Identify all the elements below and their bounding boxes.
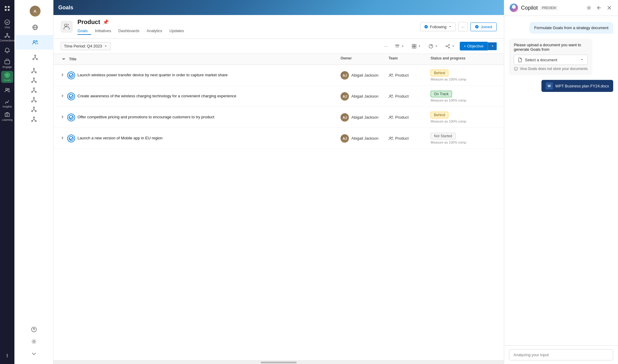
row-expand-icon-2[interactable] [61,94,65,99]
copilot-body: Formulate Goals from a strategy document… [504,16,618,345]
connections-nav-item[interactable]: Connections [1,31,13,43]
select-document-button[interactable]: Select a document [514,55,588,65]
svg-rect-46 [395,45,399,45]
copilot-settings-button[interactable] [585,4,593,12]
more-options-button[interactable]: ··· [458,22,468,32]
tab-analytics[interactable]: Analytics [143,27,166,35]
status-cell-3: Behind Measure as 100% comp [431,110,497,125]
notifications-nav-item[interactable] [1,44,13,56]
copilot-input[interactable] [509,349,613,360]
second-nav-hier1[interactable] [16,50,54,65]
svg-point-40 [33,117,35,118]
header-banner: Goals [53,0,504,15]
second-nav-hier7[interactable] [14,115,53,123]
team-cell-1: Product [389,73,431,78]
svg-point-70 [392,137,392,138]
toolbar-expand-button[interactable] [392,42,407,50]
second-nav-teams[interactable] [16,35,54,50]
svg-point-44 [33,341,35,342]
owner-cell-4: AJ Abigail Jackson [341,134,389,143]
second-nav-globe[interactable] [16,20,54,35]
learning-nav-item[interactable]: Learning [1,111,13,123]
svg-point-61 [389,95,391,96]
svg-point-71 [588,7,589,8]
second-nav-hier2[interactable] [14,66,53,75]
apps-grid-icon[interactable] [1,2,13,14]
add-objective-dropdown-button[interactable] [488,42,497,50]
joined-button[interactable]: Joined [470,23,497,31]
second-nav-hier4[interactable] [14,86,53,94]
team-cell-4: Product [389,136,431,141]
svg-point-63 [68,114,75,121]
svg-point-37 [33,107,35,108]
second-nav-hier5[interactable] [14,96,53,104]
svg-point-62 [392,95,392,96]
file-chip[interactable]: W WPT Business plan FY24.docx [541,80,613,92]
second-nav-settings[interactable] [14,336,53,347]
toolbar: Time Period: Q4 2023 ··· [53,39,504,54]
tab-goals[interactable]: Goals [77,27,91,35]
toolbar-share-button[interactable] [443,42,457,50]
goals-table: Title Owner Team Status and progress [53,54,504,360]
tab-updates[interactable]: Updates [166,27,187,35]
svg-point-38 [32,111,33,112]
insights-nav-item[interactable]: Insights [1,97,13,109]
more-nav-item[interactable] [1,350,13,362]
svg-point-24 [36,59,38,60]
svg-rect-3 [8,9,10,11]
status-cell-1: Behind Measure as 100% comp [431,68,497,83]
second-nav-expand[interactable] [14,348,53,359]
goal-title-text-2: Create awareness of the wireless chargin… [77,93,236,99]
table-row: Launch wireless power transfer device by… [53,65,504,86]
second-nav-hier3[interactable] [14,76,53,84]
time-period-button[interactable]: Time Period: Q4 2023 [61,42,111,50]
copilot-footer [504,345,618,364]
svg-point-57 [389,74,391,75]
second-nav-help[interactable] [14,324,53,335]
second-nav-hier6[interactable] [14,105,53,114]
svg-point-33 [35,91,36,93]
viva-nav-item[interactable]: Viva [1,18,13,30]
second-nav-avatar[interactable]: A [16,3,54,20]
copilot-header-actions [585,4,613,12]
add-objective-main-button[interactable]: + Objective [460,42,488,50]
svg-point-54 [446,46,447,47]
team-icon-3 [389,115,393,120]
row-expand-icon-4[interactable] [61,136,65,141]
column-owner: Owner [341,56,389,62]
toolbar-chart-button[interactable] [426,42,441,50]
svg-point-5 [7,33,8,35]
toolbar-grid-button[interactable] [409,42,424,50]
column-title: Title [61,56,341,62]
table-row: Create awareness of the wireless chargin… [53,86,504,107]
owner-avatar-4: AJ [341,134,349,143]
svg-point-39 [35,111,36,112]
row-expand-icon-1[interactable] [61,73,65,78]
following-button[interactable]: Following [420,23,456,31]
table-row: Offer competitive pricing and promotions… [53,107,504,128]
svg-point-30 [35,81,36,83]
status-badge-3: Behind [431,112,448,118]
svg-point-45 [65,24,67,26]
tab-initiatives[interactable]: Initiatives [91,27,115,35]
horizontal-scrollbar[interactable] [53,360,504,364]
people-nav-item[interactable] [1,84,13,96]
toolbar-more-button[interactable]: ··· [382,42,390,50]
svg-rect-49 [412,46,414,48]
goal-circle-icon-4 [67,135,75,142]
svg-point-26 [32,72,33,73]
svg-point-66 [392,116,392,117]
row-expand-icon-3[interactable] [61,115,65,120]
copilot-close-button[interactable] [605,4,613,12]
svg-point-41 [32,120,33,122]
goals-nav-item[interactable]: Goals [1,71,13,83]
copilot-back-button[interactable] [595,4,603,12]
svg-rect-2 [5,9,7,11]
team-cell-2: Product [389,94,431,99]
team-icon-4 [389,136,393,141]
expand-all-icon[interactable] [61,56,67,62]
svg-point-58 [392,74,392,75]
engage-nav-item[interactable]: Engage [1,58,13,70]
tab-dashboards[interactable]: Dashboards [115,27,143,35]
add-objective-button-group: + Objective [460,42,497,50]
